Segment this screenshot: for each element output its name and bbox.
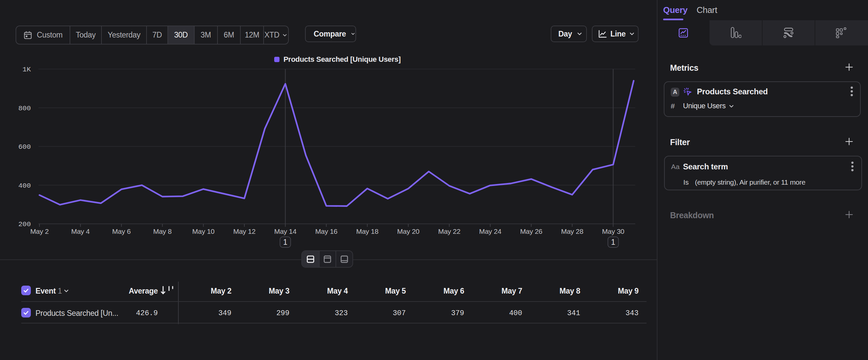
svg-text:May 20: May 20 — [397, 227, 420, 235]
svg-text:May 16: May 16 — [315, 227, 338, 235]
svg-text:May 10: May 10 — [192, 227, 215, 235]
svg-text:May 14: May 14 — [274, 227, 297, 235]
svg-text:May 22: May 22 — [438, 227, 460, 235]
svg-text:May 6: May 6 — [112, 227, 131, 235]
svg-text:1K: 1K — [23, 66, 31, 74]
svg-text:May 18: May 18 — [356, 227, 378, 235]
svg-text:May 24: May 24 — [479, 227, 502, 235]
svg-text:600: 600 — [18, 143, 31, 151]
svg-text:1: 1 — [611, 238, 615, 246]
svg-text:May 4: May 4 — [71, 227, 90, 235]
svg-text:May 28: May 28 — [561, 227, 583, 235]
svg-text:May 30: May 30 — [602, 227, 624, 235]
svg-text:May 8: May 8 — [153, 227, 172, 235]
svg-text:800: 800 — [18, 105, 31, 112]
svg-text:May 12: May 12 — [233, 227, 255, 235]
svg-text:400: 400 — [18, 182, 31, 190]
svg-text:200: 200 — [18, 221, 31, 228]
svg-text:May 2: May 2 — [30, 227, 49, 235]
svg-text:1: 1 — [283, 238, 287, 246]
svg-text:May 26: May 26 — [520, 227, 542, 235]
